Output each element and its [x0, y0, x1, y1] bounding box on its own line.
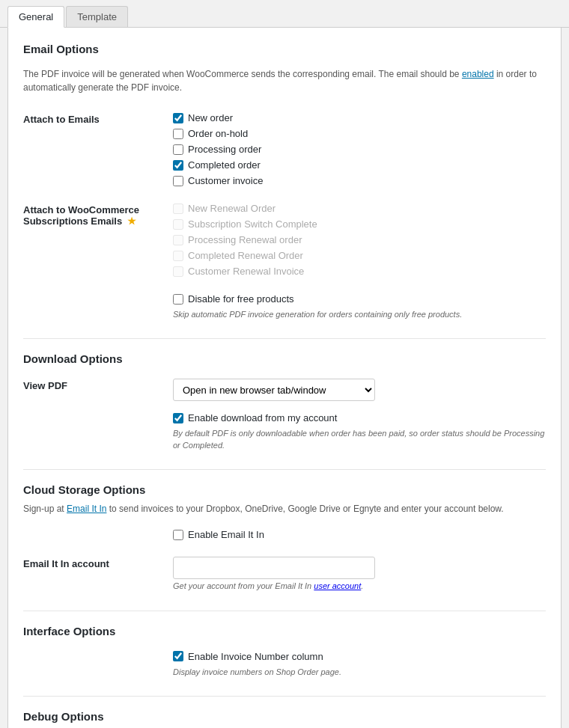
- tab-template[interactable]: Template: [66, 6, 128, 27]
- checkbox-customer-invoice[interactable]: Customer invoice: [173, 175, 546, 186]
- user-account-link[interactable]: user account: [314, 581, 361, 590]
- checkbox-disable-free[interactable]: Disable for free products: [173, 293, 546, 305]
- checkbox-new-renewal: New Renewal Order: [173, 203, 546, 214]
- attach-subscriptions-label: Attach to WooCommerce Subscriptions Emai…: [23, 197, 173, 287]
- email-options-info: The PDF invoice will be generated when W…: [23, 67, 546, 94]
- enabled-link[interactable]: enabled: [462, 69, 494, 79]
- checkbox-new-order[interactable]: New order: [173, 112, 546, 123]
- email-it-in-account-input[interactable]: [173, 557, 375, 579]
- download-options-title: Download Options: [23, 352, 546, 365]
- star-icon: ★: [127, 215, 136, 227]
- checkbox-completed-order[interactable]: Completed order: [173, 159, 546, 171]
- checkbox-customer-renewal: Customer Renewal Invoice: [173, 266, 546, 277]
- checkbox-sub-switch: Subscription Switch Complete: [173, 218, 546, 230]
- email-it-in-account-label: Email It In account: [23, 551, 173, 598]
- checkbox-enable-download[interactable]: Enable download from my account: [173, 412, 546, 423]
- interface-options-title: Interface Options: [23, 625, 546, 637]
- debug-options-title: Debug Options: [23, 710, 546, 723]
- cloud-storage-title: Cloud Storage Options: [23, 483, 546, 496]
- invoice-col-hint: Display invoice numbers on Shop Order pa…: [173, 667, 546, 678]
- email-it-in-link[interactable]: Email It In: [67, 504, 106, 514]
- checkbox-processing-renewal: Processing Renewal order: [173, 234, 546, 245]
- checkbox-enable-email-it-in[interactable]: Enable Email It In: [173, 529, 546, 540]
- checkbox-invoice-col[interactable]: Enable Invoice Number column: [173, 651, 546, 662]
- checkbox-order-on-hold[interactable]: Order on-hold: [173, 128, 546, 139]
- enable-download-hint: By default PDF is only downloadable when…: [173, 428, 546, 451]
- attach-to-emails-label: Attach to Emails: [23, 106, 173, 197]
- checkbox-processing-order[interactable]: Processing order: [173, 144, 546, 155]
- email-options-title: Email Options: [23, 43, 546, 60]
- checkbox-completed-renewal: Completed Renewal Order: [173, 250, 546, 261]
- cloud-info: Sign-up at Email It In to send invoices …: [23, 504, 546, 514]
- view-pdf-label: View PDF: [23, 373, 173, 457]
- disable-free-hint: Skip automatic PDF invoice generation fo…: [173, 309, 546, 320]
- view-pdf-select[interactable]: Open in new browser tab/window Open inli…: [173, 379, 375, 401]
- tab-general[interactable]: General: [7, 6, 64, 28]
- account-hint: Get your account from your Email It In u…: [173, 581, 546, 592]
